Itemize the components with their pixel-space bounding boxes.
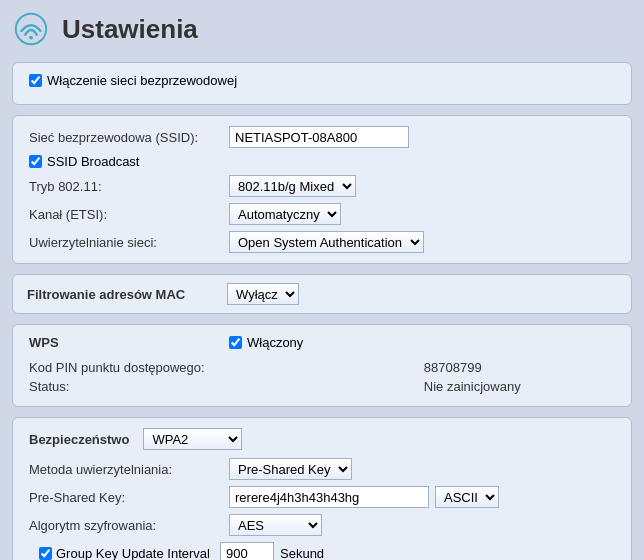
auth-row: Uwierzytelnianie sieci: Open System Auth… <box>29 231 615 253</box>
mac-filter-title: Filtrowanie adresów MAC <box>27 287 213 302</box>
ssid-broadcast-label: SSID Broadcast <box>47 154 140 169</box>
psk-label: Pre-Shared Key: <box>29 490 229 505</box>
mode-label: Tryb 802.11: <box>29 179 229 194</box>
ssid-input[interactable] <box>229 126 409 148</box>
wps-pin-row: Kod PIN punktu dostępowego: 88708799 <box>29 358 615 377</box>
wps-enabled-checkbox[interactable] <box>229 336 242 349</box>
mac-filter-card: Filtrowanie adresów MAC Wyłącz Włącz <box>12 274 632 314</box>
wireless-settings-card: Sieć bezprzewodowa (SSID): SSID Broadcas… <box>12 115 632 264</box>
mode-row: Tryb 802.11: 802.11b/g Mixed 802.11b 802… <box>29 175 615 197</box>
wps-title: WPS <box>29 335 229 350</box>
psk-row: Pre-Shared Key: ASCII HEX <box>29 486 615 508</box>
wifi-logo <box>12 10 50 48</box>
auth-select[interactable]: Open System Authentication Shared Key WP… <box>229 231 424 253</box>
ssid-broadcast-row: SSID Broadcast <box>29 154 615 169</box>
ssid-broadcast-checkbox[interactable] <box>29 155 42 168</box>
ssid-row: Sieć bezprzewodowa (SSID): <box>29 126 615 148</box>
wireless-enable-label: Włączenie sieci bezprzewodowej <box>47 73 237 88</box>
ssid-label: Sieć bezprzewodowa (SSID): <box>29 130 229 145</box>
channel-label: Kanał (ETSI): <box>29 207 229 222</box>
wps-status-label: Status: <box>29 377 424 396</box>
wps-card: WPS Włączony Kod PIN punktu dostępowego:… <box>12 324 632 407</box>
auth-method-select[interactable]: Pre-Shared Key RADIUS <box>229 458 352 480</box>
group-key-unit: Sekund <box>280 546 324 561</box>
security-header-row: Bezpieczeństwo WPA2 WPA WPA2/WPA WEP <box>29 428 615 450</box>
security-card: Bezpieczeństwo WPA2 WPA WPA2/WPA WEP Met… <box>12 417 632 560</box>
wps-pin-value: 88708799 <box>424 358 615 377</box>
channel-select[interactable]: Automatyczny 123 456 789 10111213 <box>229 203 341 225</box>
wps-status-value: Nie zainicjowany <box>424 377 615 396</box>
auth-method-label: Metoda uwierzytelniania: <box>29 462 229 477</box>
wireless-enable-checkbox[interactable] <box>29 74 42 87</box>
wps-enabled-label: Włączony <box>247 335 303 350</box>
security-type-select[interactable]: WPA2 WPA WPA2/WPA WEP <box>143 428 242 450</box>
group-key-checkbox[interactable] <box>39 547 52 560</box>
psk-format-select[interactable]: ASCII HEX <box>435 486 499 508</box>
wps-status-row: Status: Nie zainicjowany <box>29 377 615 396</box>
encryption-label: Algorytm szyfrowania: <box>29 518 229 533</box>
auth-method-row: Metoda uwierzytelniania: Pre-Shared Key … <box>29 458 615 480</box>
wps-enabled-row: Włączony <box>229 335 303 350</box>
svg-point-1 <box>29 36 33 40</box>
auth-label: Uwierzytelnianie sieci: <box>29 235 229 250</box>
mode-select[interactable]: 802.11b/g Mixed 802.11b 802.11g 802.11n <box>229 175 356 197</box>
encryption-select[interactable]: AES TKIP AES+TKIP <box>229 514 322 536</box>
group-key-label: Group Key Update Interval <box>56 546 220 561</box>
wireless-enable-card: Włączenie sieci bezprzewodowej <box>12 62 632 105</box>
page-title: Ustawienia <box>62 14 198 45</box>
page-header: Ustawienia <box>12 10 632 48</box>
security-title: Bezpieczeństwo <box>29 432 129 447</box>
encryption-row: Algorytm szyfrowania: AES TKIP AES+TKIP <box>29 514 615 536</box>
group-key-row: Group Key Update Interval Sekund <box>29 542 615 560</box>
channel-row: Kanał (ETSI): Automatyczny 123 456 789 1… <box>29 203 615 225</box>
wireless-enable-row: Włączenie sieci bezprzewodowej <box>29 73 615 88</box>
wps-pin-label: Kod PIN punktu dostępowego: <box>29 358 424 377</box>
mac-filter-select[interactable]: Wyłącz Włącz <box>227 283 299 305</box>
psk-input[interactable] <box>229 486 429 508</box>
wps-info-table: Kod PIN punktu dostępowego: 88708799 Sta… <box>29 358 615 396</box>
wps-header-row: WPS Włączony <box>29 335 615 350</box>
group-key-input[interactable] <box>220 542 274 560</box>
